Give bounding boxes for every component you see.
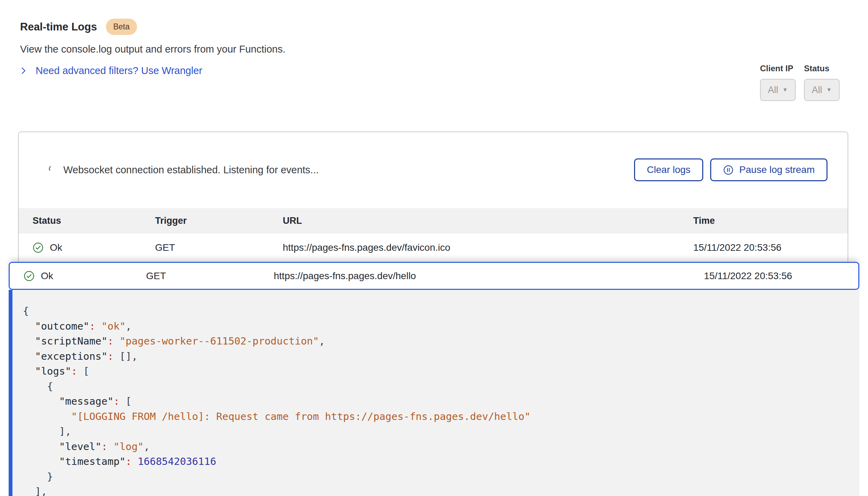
pause-circle-icon [723, 165, 734, 175]
logs-panel: Websocket connection established. Listen… [18, 131, 848, 264]
clear-logs-button[interactable]: Clear logs [634, 158, 703, 181]
status-value: All [812, 85, 822, 95]
caret-down-icon: ▼ [783, 87, 788, 93]
page-header: Real-time Logs Beta [20, 19, 137, 35]
pause-log-stream-button[interactable]: Pause log stream [710, 158, 828, 181]
log-detail-json: { "outcome": "ok", "scriptName": "pages-… [9, 290, 859, 496]
row-time: 15/11/2022 20:53:56 [693, 242, 848, 253]
client-ip-value: All [768, 85, 778, 95]
table-row[interactable]: Ok GET https://pages-fns.pages.dev/favic… [19, 233, 848, 262]
spinner-icon [48, 164, 57, 176]
beta-badge: Beta [106, 19, 137, 35]
header-status: Status [33, 215, 61, 226]
status-label: Status [804, 64, 840, 73]
header-time: Time [693, 215, 848, 226]
chevron-right-icon [19, 66, 28, 75]
status-select[interactable]: All ▼ [804, 79, 840, 101]
json-code: { "outcome": "ok", "scriptName": "pages-… [23, 304, 849, 496]
websocket-status: Websocket connection established. Listen… [48, 164, 319, 176]
client-ip-select[interactable]: All ▼ [760, 79, 796, 101]
status-filter-group: Status All ▼ [804, 64, 840, 101]
client-ip-label: Client IP [760, 64, 796, 73]
row-trigger: GET [155, 242, 283, 253]
pause-log-stream-label: Pause log stream [739, 164, 815, 175]
wrangler-link[interactable]: Need advanced filters? Use Wrangler [19, 65, 202, 76]
clear-logs-label: Clear logs [647, 164, 690, 175]
check-circle-icon [24, 270, 35, 282]
table-row-selected[interactable]: Ok GET https://pages-fns.pages.dev/hello… [9, 262, 859, 290]
expanded-log-entry: Ok GET https://pages-fns.pages.dev/hello… [9, 262, 859, 496]
toolbar-actions: Clear logs Pause log stream [634, 158, 828, 181]
caret-down-icon: ▼ [826, 87, 832, 93]
table-header: Status Trigger URL Time [19, 208, 848, 233]
websocket-status-text: Websocket connection established. Listen… [63, 164, 319, 176]
client-ip-filter-group: Client IP All ▼ [760, 64, 796, 101]
stream-toolbar: Websocket connection established. Listen… [19, 158, 848, 181]
page-title: Real-time Logs [20, 21, 97, 33]
row-status: Ok [50, 242, 62, 253]
page-subtitle: View the console.log output and errors f… [20, 44, 286, 55]
log-filters: Client IP All ▼ Status All ▼ [760, 64, 840, 101]
check-circle-icon [33, 242, 44, 253]
row-url: https://pages-fns.pages.dev/favicon.ico [283, 242, 693, 253]
row-url: https://pages-fns.pages.dev/hello [274, 270, 704, 282]
header-url: URL [283, 215, 693, 226]
header-trigger: Trigger [155, 215, 283, 226]
row-trigger: GET [146, 270, 274, 282]
row-status: Ok [41, 270, 53, 282]
row-time: 15/11/2022 20:53:56 [704, 270, 858, 282]
wrangler-link-label: Need advanced filters? Use Wrangler [36, 65, 202, 76]
